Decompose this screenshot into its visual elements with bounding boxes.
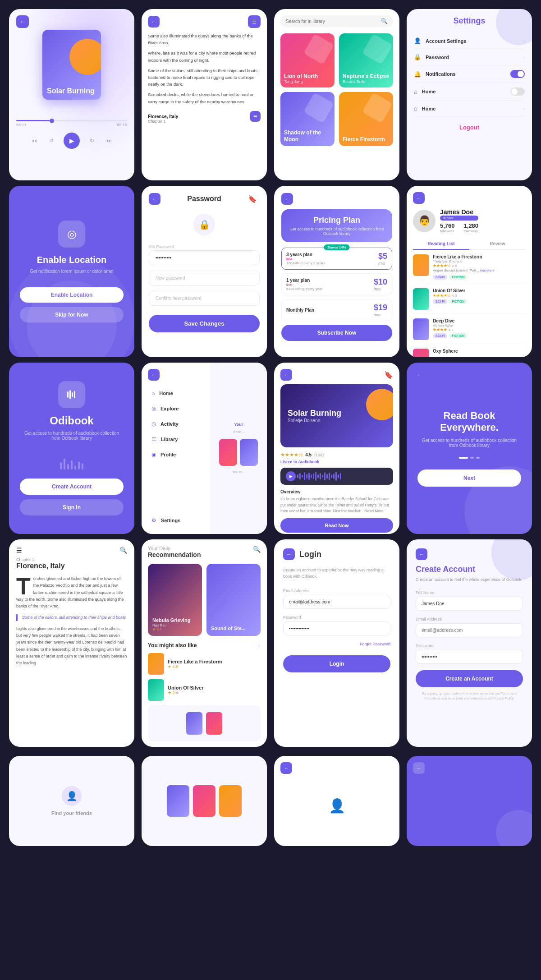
settings-account[interactable]: 👤 Account Settings › [414, 33, 525, 49]
book-lion-of-north[interactable]: Lion of North Tang Jang [280, 33, 335, 87]
player-controls: ⏮ ↺ ▶ ↻ ⏭ [29, 133, 114, 149]
nav-profile[interactable]: ◉ Profile [148, 447, 204, 462]
create-account-button[interactable]: Create Account [20, 478, 124, 495]
nav-activity[interactable]: ◷ Activity [148, 417, 204, 431]
arrow-icon: › [523, 38, 525, 44]
chapter-header: ☰ 🔍 [16, 547, 127, 554]
explore-icon: ◎ [151, 405, 156, 412]
enable-location-button[interactable]: Enable Location [20, 287, 124, 303]
tab-review[interactable]: Review [469, 239, 526, 250]
email-input[interactable] [283, 595, 390, 609]
back-button[interactable]: ← [16, 15, 29, 28]
forward-button[interactable]: ↻ [87, 136, 97, 146]
back-button[interactable]: ← [413, 762, 425, 774]
logout-button[interactable]: Logout [414, 124, 525, 131]
nav-explore[interactable]: ◎ Explore [148, 401, 204, 416]
plan-1-year[interactable]: 1 year plan $28 $120 billing every year … [281, 273, 392, 295]
message-button[interactable]: ☰ [248, 15, 261, 28]
plan-orig-price: $28 [286, 283, 374, 287]
plan-price: $19 [374, 303, 387, 313]
mini-play-button[interactable]: ▶ [286, 471, 296, 481]
tab-reading-list[interactable]: Reading List [413, 239, 469, 250]
nav-home[interactable]: ⌂ Home [148, 386, 204, 400]
next-button[interactable]: Next [417, 469, 521, 487]
pagination-dots [459, 457, 480, 459]
activity-icon: ◷ [151, 421, 156, 427]
rec-card-nebula[interactable]: Nebula Grieving Ngo Bac ★ 3.2 [148, 564, 202, 636]
search-icon[interactable]: 🔍 [119, 547, 127, 554]
settings-notifications[interactable]: 🔔 Notifications [414, 65, 525, 83]
password-input[interactable] [416, 650, 523, 664]
old-pw-label: Old Password [149, 244, 260, 249]
search-icon[interactable]: 🔍 [253, 546, 261, 553]
confirm-password-input[interactable] [149, 291, 260, 306]
read-now-button[interactable]: Read Now [280, 518, 393, 533]
settings-home-2[interactable]: ⌂ Home › [414, 101, 525, 117]
arrow-icon-2: › [523, 106, 525, 111]
forgot-password-link[interactable]: Forgot Password [283, 642, 390, 646]
plan-monthly[interactable]: Monthly Plan $19 /mo [281, 299, 392, 321]
see-more-link[interactable]: → [256, 643, 261, 648]
rec-rating: ★ 3.2 [152, 627, 197, 631]
old-password-input[interactable] [149, 250, 260, 265]
book-fierce-firestorm[interactable]: Fierce Firestorm [339, 92, 393, 146]
back-button[interactable]: ← [414, 369, 426, 381]
book-shadow-of-moon[interactable]: Shadow of the Moon [280, 92, 335, 146]
rewind-button[interactable]: ↺ [46, 136, 56, 146]
overview-title: Overview [280, 489, 393, 494]
create-subtitle: Create an account to feel the whole expe… [416, 577, 523, 583]
progress-bar[interactable] [16, 120, 127, 121]
plan-3-years[interactable]: Saves 14% 3 years plan $84 180/billing e… [281, 248, 392, 270]
book-detail-screen: ← 🔖 Solar Burning Sofietje Bolsenn ★★★★½… [274, 363, 399, 534]
fullname-input[interactable] [416, 597, 523, 611]
splash-screen: Odibook Get access to hundreds of audiob… [9, 363, 134, 534]
plan-name: 1 year plan [286, 278, 374, 283]
notifications-toggle[interactable] [510, 70, 525, 78]
home-toggle[interactable] [510, 87, 525, 96]
subscribe-button[interactable]: Subscribe Now [281, 325, 392, 341]
book-thumbnail [413, 349, 429, 357]
back-button[interactable]: ← [283, 548, 295, 560]
create-account-button[interactable]: Create an Account [416, 670, 523, 687]
back-button[interactable]: ← [280, 762, 292, 774]
password-label: Password [426, 55, 523, 60]
settings-home-1[interactable]: ⌂ Home [414, 83, 525, 101]
book-title: Neptune's Eclipse [343, 73, 390, 79]
read-more-link[interactable]: read more [480, 269, 495, 272]
password-input[interactable] [283, 621, 390, 635]
back-button[interactable]: ← [280, 369, 292, 381]
book-info: Oxy Sphere [433, 349, 458, 354]
bell-icon: 🔔 [414, 71, 421, 78]
back-button[interactable]: ← [416, 548, 427, 560]
back-button[interactable]: ← [149, 193, 160, 205]
new-password-input[interactable] [149, 271, 260, 285]
skip-button[interactable]: Skip for Now [20, 307, 124, 322]
audio-player-screen: ← Solar Burning Florence, Italy Chapter … [9, 9, 134, 180]
back-button[interactable]: ← [148, 369, 160, 381]
listen-label[interactable]: Listen in Audiobook [280, 460, 393, 464]
skip-forward-button[interactable]: ⏭ [104, 136, 114, 146]
fullname-field: Full Name [416, 590, 523, 611]
sign-in-button[interactable]: Sign In [20, 499, 124, 515]
book-neptunes-eclipse[interactable]: Neptune's Eclipse Beatriz Brillo [339, 33, 393, 87]
progress-times: 88:11 88:15 [16, 123, 127, 127]
skip-back-button[interactable]: ⏮ [29, 136, 39, 146]
bookmark-button[interactable]: ☰ [250, 111, 261, 122]
search-input[interactable] [286, 19, 381, 24]
rec-card-sound[interactable]: Sound of Ste... [206, 564, 261, 636]
bookmark-icon[interactable]: 🔖 [384, 371, 393, 379]
email-input[interactable] [416, 623, 523, 637]
back-button[interactable]: ← [148, 16, 160, 28]
book-deco [362, 92, 393, 123]
save-changes-button[interactable]: Save Changes [149, 315, 260, 332]
menu-icon[interactable]: ☰ [16, 547, 22, 554]
plan-desc: 180/billing every 2 years [286, 261, 378, 265]
nav-library[interactable]: ☰ Library [148, 432, 204, 446]
back-button[interactable]: ← [281, 193, 293, 205]
nav-settings[interactable]: ⚙ Settings [148, 513, 204, 528]
back-button[interactable]: ← [413, 192, 425, 204]
play-button[interactable]: ▶ [64, 133, 80, 149]
search-bar[interactable]: 🔍 [280, 15, 393, 27]
login-button[interactable]: Login [283, 655, 390, 672]
settings-password[interactable]: 🔒 Password › [414, 49, 525, 65]
